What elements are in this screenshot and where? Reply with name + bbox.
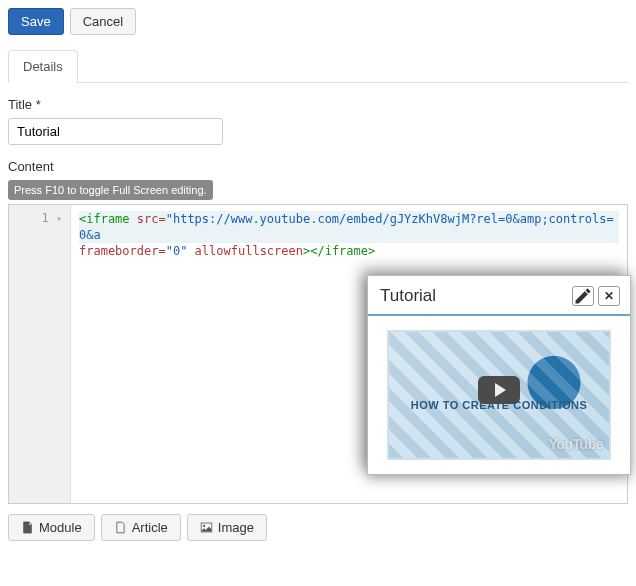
cancel-button[interactable]: Cancel bbox=[70, 8, 136, 35]
play-icon[interactable] bbox=[478, 376, 520, 404]
popup-title: Tutorial bbox=[380, 286, 568, 306]
editor-gutter: 1 ▾ bbox=[9, 205, 71, 503]
insert-module-button[interactable]: Module bbox=[8, 514, 95, 541]
image-label: Image bbox=[218, 520, 254, 535]
editor-hint: Press F10 to toggle Full Screen editing. bbox=[8, 180, 213, 200]
content-label: Content bbox=[8, 159, 628, 174]
tab-bar: Details bbox=[8, 49, 628, 83]
edit-icon[interactable] bbox=[572, 286, 594, 306]
title-label: Title * bbox=[8, 97, 628, 112]
preview-popup: Tutorial ✕ HOW TO CREATE CONDITIONS YouT… bbox=[367, 275, 631, 475]
insert-article-button[interactable]: Article bbox=[101, 514, 181, 541]
close-icon[interactable]: ✕ bbox=[598, 286, 620, 306]
video-thumbnail[interactable]: HOW TO CREATE CONDITIONS YouTube bbox=[387, 330, 611, 460]
article-label: Article bbox=[132, 520, 168, 535]
module-label: Module bbox=[39, 520, 82, 535]
svg-point-1 bbox=[203, 525, 205, 527]
code-editor[interactable]: 1 ▾ <iframe src="https://www.youtube.com… bbox=[8, 204, 628, 504]
document-icon bbox=[21, 521, 34, 534]
tab-details[interactable]: Details bbox=[8, 50, 78, 83]
save-button[interactable]: Save bbox=[8, 8, 64, 35]
insert-image-button[interactable]: Image bbox=[187, 514, 267, 541]
title-input[interactable] bbox=[8, 118, 223, 145]
document-icon bbox=[114, 521, 127, 534]
image-icon bbox=[200, 521, 213, 534]
